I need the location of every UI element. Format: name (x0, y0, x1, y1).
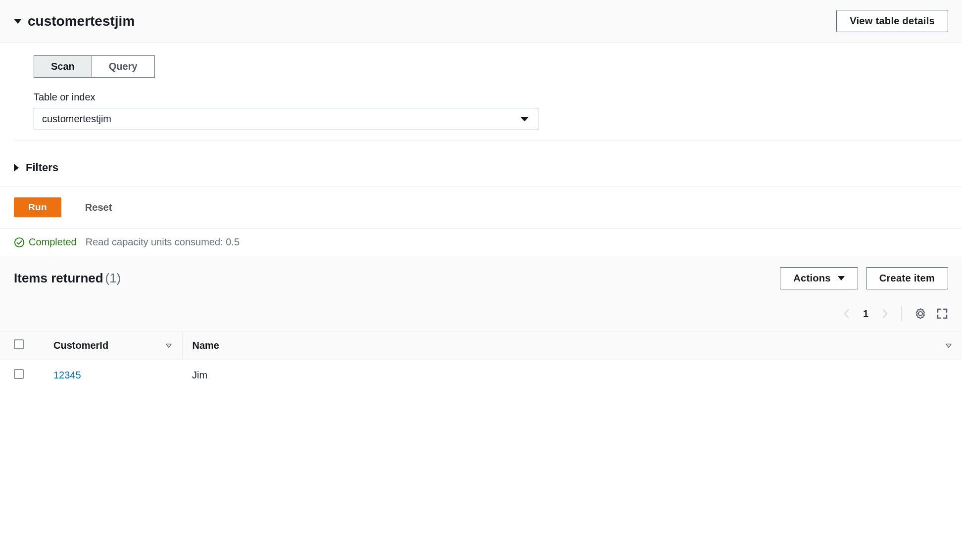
table-header-row: CustomerId Name (0, 331, 962, 360)
customerid-link[interactable]: 12345 (53, 370, 81, 380)
table-row: 12345 Jim (0, 360, 962, 391)
sort-icon (945, 340, 952, 351)
column-label: CustomerId (53, 340, 108, 351)
status-badge: Completed (14, 236, 77, 248)
expand-arrow-icon[interactable] (14, 164, 19, 172)
svg-point-0 (15, 237, 24, 246)
actions-dropdown-button[interactable]: Actions (780, 267, 858, 289)
items-header: Items returned (1) Actions Create item (0, 256, 962, 300)
items-count: (1) (105, 271, 121, 285)
row-checkbox[interactable] (14, 369, 24, 379)
actions-dropdown-label: Actions (793, 273, 830, 284)
status-detail: Read capacity units consumed: 0.5 (86, 236, 240, 248)
run-button[interactable]: Run (14, 197, 61, 217)
scan-tab[interactable]: Scan (34, 55, 92, 78)
operation-toggle-group: Scan Query (34, 55, 155, 78)
collapse-arrow-icon[interactable] (14, 19, 22, 24)
run-actions-section: Run Reset (0, 186, 962, 229)
caret-down-icon (838, 276, 845, 280)
reset-button[interactable]: Reset (75, 198, 122, 217)
table-or-index-select[interactable] (34, 108, 538, 130)
items-returned-title: Items returned (14, 271, 103, 285)
page-header: customertestjim View table details (0, 0, 962, 43)
separator (901, 306, 902, 321)
sort-icon (165, 340, 172, 351)
fullscreen-icon[interactable] (936, 308, 948, 320)
results-table: CustomerId Name 12345 (0, 331, 962, 390)
status-section: Completed Read capacity units consumed: … (0, 229, 962, 256)
divider (14, 140, 962, 140)
name-cell: Jim (192, 370, 207, 380)
table-or-index-label: Table or index (34, 92, 948, 103)
create-item-button[interactable]: Create item (866, 267, 948, 289)
query-config-section: Scan Query Table or index (0, 43, 962, 152)
column-header-customerid[interactable]: CustomerId (34, 331, 182, 360)
column-header-name[interactable]: Name (182, 331, 962, 360)
view-table-details-button[interactable]: View table details (836, 10, 948, 32)
status-text: Completed (29, 236, 77, 248)
table-name-title: customertestjim (28, 13, 135, 29)
page-number: 1 (859, 308, 872, 320)
filters-section[interactable]: Filters (0, 152, 962, 186)
gear-icon[interactable] (914, 308, 926, 320)
query-tab[interactable]: Query (92, 55, 155, 78)
filters-label: Filters (26, 161, 58, 174)
check-circle-icon (14, 237, 25, 248)
prev-page-icon[interactable] (843, 309, 849, 319)
pagination-row: 1 (0, 300, 962, 331)
column-label: Name (192, 340, 219, 351)
next-page-icon[interactable] (882, 309, 888, 319)
select-all-checkbox[interactable] (14, 339, 24, 349)
